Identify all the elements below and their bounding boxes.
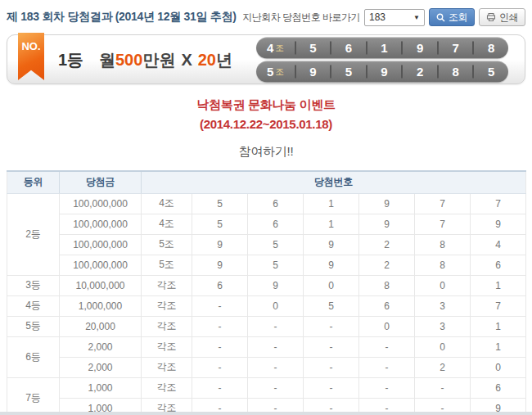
header-numbers: 당첨번호 (142, 171, 526, 193)
jo-cell: 4조 (142, 193, 192, 214)
digit-cell: 5 (192, 214, 248, 234)
round-select[interactable]: 183 ▼ (364, 9, 425, 26)
table-row: 100,000,0005조959284 (7, 234, 526, 255)
digit-cell: 6 (359, 295, 415, 316)
table-row: 6등2,000각조----01 (7, 336, 526, 357)
digit-cell: 5 (192, 193, 248, 214)
jo-cell: 각조 (142, 377, 192, 398)
digit-cell: 9 (359, 214, 415, 234)
digit-cell: 9 (367, 61, 402, 82)
prize-cell: 1,000,000 (60, 295, 142, 316)
results-table: 등위 당첨금 당첨번호 2등100,000,0004조561977100,000… (7, 170, 526, 415)
digit-cell: 4 (471, 234, 526, 255)
winning-number-row: 5조959285 (256, 61, 508, 82)
jo-cell: 각조 (142, 316, 192, 336)
winning-number-pills: 4조5619785조959285 (256, 37, 508, 82)
first-prize-amount: 월500만원X20년 (99, 48, 232, 70)
chevron-down-icon: ▼ (413, 14, 420, 21)
jo-cell: 5조 (142, 255, 192, 275)
prize-cell: 2,000 (60, 336, 142, 357)
digit-cell: - (248, 336, 304, 357)
digit-cell: 8 (359, 275, 415, 295)
rank-cell: 5등 (7, 316, 60, 336)
rank-cell: 7등 (7, 377, 60, 415)
round-controls: 지난회차 당첨번호 바로가기 183 ▼ 조회 인쇄 (242, 8, 525, 26)
digit-cell: 5 (304, 295, 359, 316)
digit-cell: 1 (367, 37, 402, 58)
prize-cell: 100,000,000 (60, 255, 142, 275)
quick-link-label: 지난회차 당첨번호 바로가기 (242, 11, 360, 25)
jo-cell: 5조 (256, 61, 295, 82)
digit-cell: 0 (471, 357, 526, 377)
prize-years-suffix: 년 (216, 50, 232, 68)
no1-ribbon-icon: NO. (18, 33, 44, 80)
table-row: 7등1,000각조-----6 (7, 377, 526, 398)
winning-number-row: 4조561978 (256, 37, 508, 58)
first-prize-rank: 1등 (58, 48, 83, 70)
digit-cell: 0 (415, 336, 471, 357)
jo-cell: 각조 (142, 295, 192, 316)
digit-cell: - (304, 357, 359, 377)
digit-cell: 3 (415, 316, 471, 336)
event-period: (2014.12.22~2015.01.18) (0, 115, 532, 134)
digit-cell: 9 (471, 214, 526, 234)
digit-cell: 9 (192, 234, 248, 255)
search-button-label: 조회 (449, 11, 467, 25)
digit-cell: - (304, 336, 359, 357)
digit-cell: 0 (359, 316, 415, 336)
table-row: 2,000각조----20 (7, 357, 526, 377)
digit-cell: 8 (415, 234, 471, 255)
digit-cell: - (192, 377, 248, 398)
prize-prefix: 월 (99, 50, 115, 68)
jo-cell: 각조 (142, 357, 192, 377)
event-title: 낙첨복권 문화나눔 이벤트 (0, 95, 532, 115)
digit-cell: 6 (471, 377, 526, 398)
digit-cell: - (304, 316, 359, 336)
prize-times-sign: X (181, 50, 192, 68)
table-row: 100,000,0004조561979 (7, 214, 526, 234)
ribbon-badge-label: NO. (21, 40, 40, 52)
topbar: 제 183 회차 당첨결과 (2014년 12월 31일 추첨) 지난회차 당첨… (0, 0, 532, 27)
digit-cell: 9 (192, 255, 248, 275)
prize-suffix: 만원 (142, 50, 175, 68)
prize-amount-value: 500 (115, 50, 142, 68)
digit-cell: 2 (359, 255, 415, 275)
digit-cell: - (192, 295, 248, 316)
digit-cell: 6 (471, 255, 526, 275)
digit-cell: - (248, 357, 304, 377)
header-prize: 당첨금 (60, 171, 142, 193)
table-header-row: 등위 당첨금 당첨번호 (7, 171, 526, 193)
search-icon (436, 13, 445, 22)
printer-icon (486, 12, 496, 22)
digit-cell: 9 (403, 37, 437, 58)
rank-cell: 3등 (7, 275, 60, 295)
digit-cell: 8 (474, 37, 508, 58)
digit-cell: 0 (415, 275, 471, 295)
digit-cell: 1 (471, 275, 526, 295)
digit-cell: 2 (359, 234, 415, 255)
digit-cell: 1 (304, 193, 359, 214)
digit-cell: 6 (248, 214, 304, 234)
prize-cell: 100,000,000 (60, 214, 142, 234)
digit-cell: 5 (248, 255, 304, 275)
event-banner[interactable]: 낙첨복권 문화나눔 이벤트 (2014.12.22~2015.01.18) 참여… (0, 95, 532, 160)
digit-cell: 6 (331, 37, 366, 58)
round-select-value: 183 (369, 11, 385, 23)
digit-cell: - (192, 357, 248, 377)
digit-cell: 2 (403, 61, 437, 82)
bottom-divider (0, 412, 532, 415)
jo-cell: 각조 (142, 336, 192, 357)
event-join-link[interactable]: 참여하기!! (0, 144, 532, 160)
rank-cell: 4등 (7, 295, 60, 316)
digit-cell: 9 (359, 193, 415, 214)
digit-cell: 7 (471, 295, 526, 316)
digit-cell: 1 (471, 316, 526, 336)
search-button[interactable]: 조회 (429, 8, 475, 26)
print-button[interactable]: 인쇄 (479, 8, 525, 26)
digit-cell: 7 (415, 214, 471, 234)
digit-cell: 9 (248, 275, 304, 295)
page-title: 제 183 회차 당첨결과 (2014년 12월 31일 추첨) (7, 10, 237, 25)
rank-cell: 6등 (7, 336, 60, 377)
digit-cell: 8 (415, 255, 471, 275)
prize-years-value: 20 (198, 50, 216, 68)
